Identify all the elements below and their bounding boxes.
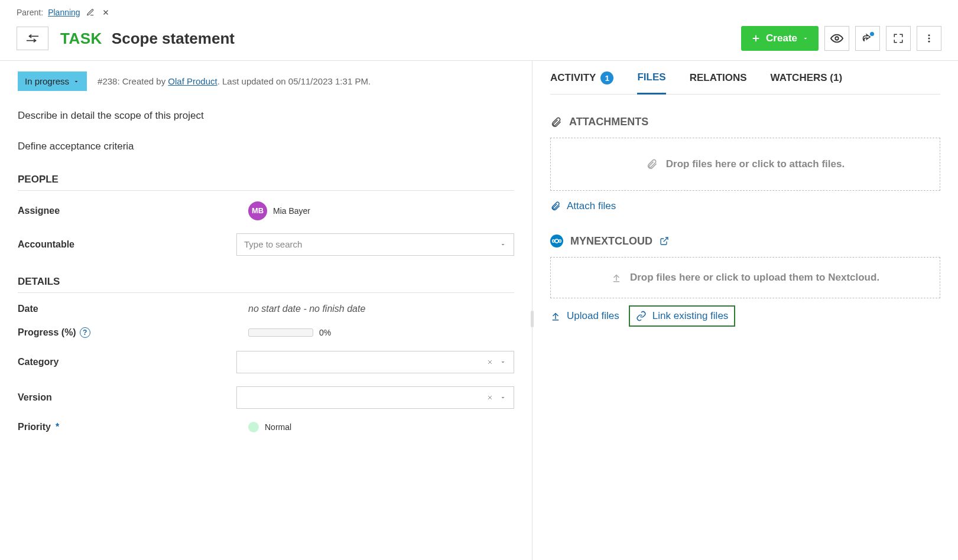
description-block[interactable]: Describe in detail the scope of this pro…: [18, 109, 514, 154]
drop-attach-text: Drop files here or click to attach files…: [666, 158, 845, 170]
tab-watchers[interactable]: WATCHERS (1): [771, 71, 843, 94]
upload-files-link[interactable]: Upload files: [550, 310, 619, 322]
notification-dot-icon: [870, 32, 874, 36]
priority-label: Priority*: [18, 422, 248, 432]
assignee-name: Mia Bayer: [273, 206, 310, 216]
avatar: MB: [248, 201, 267, 220]
meta-info: #238: Created by Olaf Product. Last upda…: [98, 76, 371, 86]
parent-breadcrumb: Parent: Planning: [0, 5, 958, 24]
upload-icon: [611, 272, 622, 283]
parent-label: Parent:: [17, 8, 43, 17]
svg-point-5: [553, 240, 555, 242]
back-button[interactable]: [17, 27, 48, 50]
work-package-title[interactable]: Scope statement: [112, 30, 741, 48]
remove-parent-icon[interactable]: [100, 7, 111, 18]
link-existing-files-button[interactable]: Link existing files: [629, 305, 736, 327]
category-select[interactable]: [236, 351, 514, 373]
date-label: Date: [18, 304, 248, 314]
fullscreen-button[interactable]: [886, 26, 911, 51]
svg-point-2: [928, 38, 930, 40]
drop-upload-text: Drop files here or click to upload them …: [630, 272, 879, 284]
upload-icon: [550, 311, 561, 321]
open-external-icon[interactable]: [660, 236, 669, 246]
title-bar: TASK Scope statement Create: [0, 24, 958, 61]
create-button-label: Create: [766, 32, 797, 44]
attach-files-link[interactable]: Attach files: [550, 200, 616, 212]
chevron-down-icon: [499, 359, 506, 366]
version-label: Version: [18, 392, 236, 403]
storage-header: MYNEXTCLOUD: [550, 235, 940, 248]
edit-parent-icon[interactable]: [85, 7, 96, 18]
attachments-dropzone[interactable]: Drop files here or click to attach files…: [550, 138, 940, 191]
paperclip-icon: [550, 201, 561, 211]
tab-files[interactable]: FILES: [637, 71, 665, 95]
priority-text: Normal: [265, 422, 291, 432]
svg-point-4: [555, 239, 558, 243]
clear-icon[interactable]: [486, 359, 493, 366]
assignee-label: Assignee: [18, 206, 248, 216]
pane-splitter[interactable]: [532, 61, 532, 560]
progress-label: Progress (%) ?: [18, 327, 248, 338]
storage-dropzone[interactable]: Drop files here or click to upload them …: [550, 257, 940, 298]
date-value[interactable]: no start date - no finish date: [248, 304, 365, 314]
category-label: Category: [18, 357, 236, 367]
attachments-header: ATTACHMENTS: [550, 116, 940, 128]
tab-activity[interactable]: ACTIVITY 1: [550, 71, 613, 94]
svg-point-0: [835, 37, 839, 40]
accountable-placeholder: Type to search: [244, 239, 302, 249]
progress-percent: 0%: [319, 328, 331, 337]
link-icon: [636, 311, 647, 321]
status-dropdown[interactable]: In progress: [18, 71, 87, 91]
activity-count-badge: 1: [600, 71, 613, 84]
assignee-value[interactable]: MB Mia Bayer: [248, 201, 514, 220]
create-button[interactable]: Create: [741, 26, 819, 51]
progress-bar: [248, 328, 313, 337]
share-button[interactable]: [855, 26, 880, 51]
priority-indicator-icon: [248, 422, 259, 432]
parent-link[interactable]: Planning: [48, 8, 80, 17]
svg-point-3: [928, 41, 930, 43]
nextcloud-icon: [550, 235, 563, 248]
description-line: Define acceptance criteria: [18, 139, 514, 154]
svg-point-1: [928, 34, 930, 36]
work-package-type: TASK: [60, 30, 102, 48]
tab-relations[interactable]: RELATIONS: [690, 71, 747, 94]
help-icon[interactable]: ?: [80, 327, 90, 338]
right-tabs: ACTIVITY 1 FILES RELATIONS WATCHERS (1): [550, 61, 940, 95]
accountable-input[interactable]: Type to search: [236, 233, 514, 256]
paperclip-icon: [646, 158, 658, 170]
section-people: PEOPLE: [18, 174, 514, 191]
paperclip-icon: [550, 116, 562, 128]
section-details: DETAILS: [18, 276, 514, 293]
more-actions-button[interactable]: [917, 26, 941, 51]
progress-value-cell[interactable]: 0%: [248, 328, 514, 337]
status-value: In progress: [25, 76, 69, 86]
watch-button[interactable]: [824, 26, 849, 51]
author-link[interactable]: Olaf Product: [168, 76, 217, 86]
svg-point-6: [559, 240, 561, 242]
chevron-down-icon: [499, 394, 506, 401]
accountable-label: Accountable: [18, 239, 236, 250]
version-select[interactable]: [236, 386, 514, 409]
description-line: Describe in detail the scope of this pro…: [18, 109, 514, 123]
clear-icon[interactable]: [486, 394, 493, 401]
chevron-down-icon: [499, 241, 506, 248]
priority-value[interactable]: Normal: [248, 422, 514, 432]
